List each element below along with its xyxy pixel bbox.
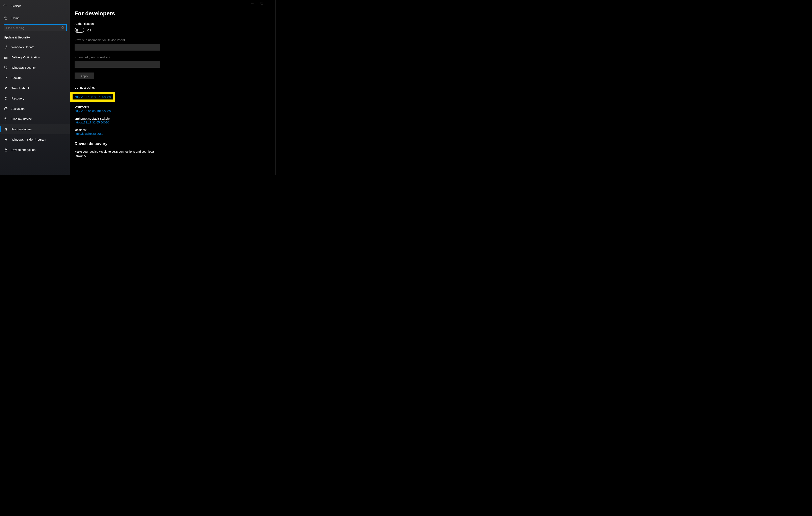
close-button[interactable] bbox=[266, 0, 276, 6]
connection-group-localhost: localhost http://localhost:50080 bbox=[75, 128, 276, 135]
password-label: Password (case sensitive) bbox=[75, 55, 276, 59]
connection-name: localhost bbox=[75, 128, 276, 131]
connection-link[interactable]: http://192.168.86.78:50080 bbox=[75, 95, 111, 99]
sidebar-item-label: Delivery Optimization bbox=[11, 56, 40, 59]
connection-group-msftvpn: MSFTVPN http://100.64.69.181:50080 bbox=[75, 105, 276, 113]
apply-button[interactable]: Apply bbox=[75, 72, 94, 79]
search-wrap bbox=[4, 24, 67, 31]
search-icon bbox=[61, 26, 65, 29]
svg-rect-7 bbox=[5, 18, 7, 19]
authentication-toggle-row: Off bbox=[75, 28, 276, 33]
toggle-knob bbox=[76, 29, 78, 32]
sidebar-item-delivery-optimization[interactable]: Delivery Optimization bbox=[0, 52, 70, 62]
sidebar-item-for-developers[interactable]: For developers bbox=[0, 124, 70, 134]
svg-rect-2 bbox=[261, 3, 263, 4]
username-label: Provide a username for Device Portal bbox=[75, 38, 276, 42]
home-icon bbox=[4, 16, 8, 20]
back-button[interactable] bbox=[3, 4, 7, 8]
maximize-button[interactable] bbox=[257, 0, 266, 6]
toggle-label: Off bbox=[87, 29, 91, 32]
recovery-icon bbox=[4, 96, 8, 100]
sidebar-item-label: Recovery bbox=[11, 97, 24, 100]
sidebar-item-label: For developers bbox=[11, 127, 32, 131]
svg-point-8 bbox=[62, 26, 64, 28]
svg-point-20 bbox=[6, 129, 7, 130]
sidebar-section-label: Update & Security bbox=[0, 31, 70, 42]
home-label: Home bbox=[11, 16, 20, 20]
sidebar-item-windows-update[interactable]: Windows Update bbox=[0, 42, 70, 52]
header-row: Settings bbox=[0, 2, 70, 10]
connection-group-vethernet: vEthernet (Default Switch) http://172.17… bbox=[75, 117, 276, 124]
sidebar-item-home[interactable]: Home bbox=[0, 13, 70, 22]
insider-icon bbox=[4, 138, 8, 142]
main-content: For developers Authentication Off Provid… bbox=[70, 0, 276, 175]
sidebar-item-label: Device encryption bbox=[11, 148, 35, 151]
location-icon bbox=[4, 117, 8, 121]
sidebar-item-activation[interactable]: Activation bbox=[0, 103, 70, 114]
svg-point-21 bbox=[5, 139, 6, 140]
svg-point-16 bbox=[5, 118, 6, 119]
sidebar-item-label: Windows Insider Program bbox=[11, 138, 46, 141]
sidebar-item-recovery[interactable]: Recovery bbox=[0, 93, 70, 103]
minimize-button[interactable] bbox=[248, 0, 257, 6]
sidebar: Settings Home Update & Security Windows … bbox=[0, 0, 70, 175]
connection-link[interactable]: http://172.17.32.65:50080 bbox=[75, 121, 109, 124]
connection-name: vEthernet (Default Switch) bbox=[75, 117, 276, 120]
svg-point-22 bbox=[6, 139, 7, 140]
developer-icon bbox=[4, 127, 8, 131]
device-discovery-description: Make your device visible to USB connecti… bbox=[75, 150, 161, 158]
connection-name: MSFTVPN bbox=[75, 105, 276, 109]
connection-link[interactable]: http://100.64.69.181:50080 bbox=[75, 109, 111, 113]
svg-point-19 bbox=[5, 128, 6, 129]
settings-window: Settings Home Update & Security Windows … bbox=[0, 0, 276, 175]
search-input[interactable] bbox=[4, 24, 67, 31]
sidebar-item-find-my-device[interactable]: Find my device bbox=[0, 114, 70, 124]
nav-list: Windows Update Delivery Optimization Win… bbox=[0, 42, 70, 155]
sidebar-item-label: Troubleshoot bbox=[11, 86, 29, 90]
svg-rect-10 bbox=[4, 57, 7, 59]
sidebar-item-device-encryption[interactable]: Device encryption bbox=[0, 145, 70, 155]
delivery-icon bbox=[4, 55, 8, 59]
backup-icon bbox=[4, 76, 8, 80]
svg-rect-23 bbox=[5, 150, 7, 151]
check-circle-icon bbox=[4, 107, 8, 111]
titlebar-controls bbox=[248, 0, 276, 6]
svg-point-15 bbox=[4, 108, 7, 110]
sidebar-item-label: Backup bbox=[11, 76, 22, 80]
connect-using-label: Connect using: bbox=[75, 86, 276, 89]
connection-link[interactable]: http://localhost:50080 bbox=[75, 132, 104, 135]
sidebar-item-troubleshoot[interactable]: Troubleshoot bbox=[0, 83, 70, 93]
sidebar-item-windows-insider[interactable]: Windows Insider Program bbox=[0, 134, 70, 145]
password-input[interactable] bbox=[75, 61, 160, 68]
sidebar-item-label: Find my device bbox=[11, 117, 32, 121]
wrench-icon bbox=[4, 86, 8, 90]
authentication-toggle[interactable] bbox=[75, 28, 84, 33]
page-title: For developers bbox=[75, 10, 276, 17]
sidebar-item-label: Activation bbox=[11, 107, 25, 110]
username-input[interactable] bbox=[75, 44, 160, 51]
shield-icon bbox=[4, 66, 8, 70]
sidebar-item-windows-security[interactable]: Windows Security bbox=[0, 62, 70, 73]
sidebar-item-backup[interactable]: Backup bbox=[0, 73, 70, 83]
sync-icon bbox=[4, 45, 8, 49]
app-title: Settings bbox=[11, 4, 21, 7]
highlighted-connection: http://192.168.86.78:50080 bbox=[70, 92, 115, 102]
svg-line-9 bbox=[63, 28, 64, 29]
authentication-heading: Authentication bbox=[75, 22, 276, 25]
sidebar-item-label: Windows Update bbox=[11, 45, 34, 49]
sidebar-item-label: Windows Security bbox=[11, 66, 35, 69]
device-discovery-heading: Device discovery bbox=[75, 142, 276, 146]
lock-icon bbox=[4, 148, 8, 152]
